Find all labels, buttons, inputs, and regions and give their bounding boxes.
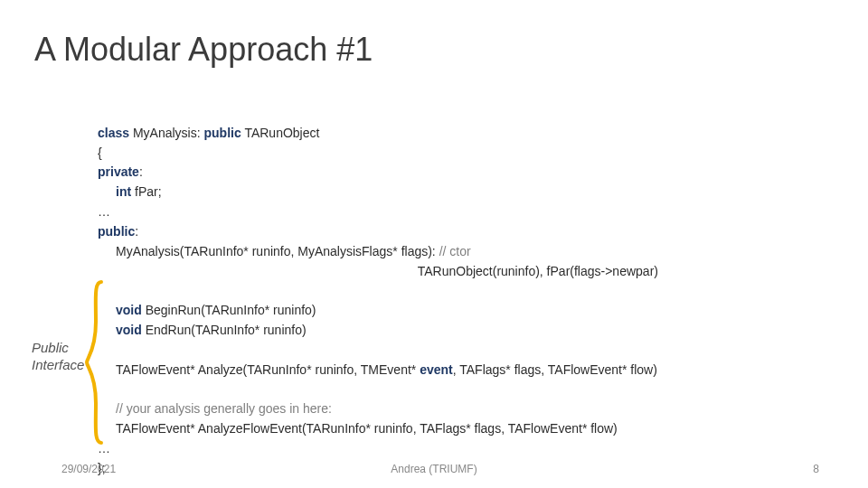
fpar-decl: fPar;	[131, 184, 161, 199]
ctor-init-pad	[98, 264, 418, 278]
kw-public-inh: public	[204, 126, 241, 140]
kw-event: event	[420, 362, 453, 377]
ctor-comment: // ctor	[439, 244, 471, 258]
beginrun-sig: BeginRun(TARunInfo* runinfo)	[142, 303, 316, 317]
analysis-comment: // your analysis generally goes in here:	[98, 401, 332, 416]
colon-public: :	[135, 224, 138, 239]
class-base: TARunObject	[241, 126, 320, 140]
footer-author: Andrea (TRIUMF)	[0, 463, 868, 475]
analyze-post: , TAFlags* flags, TAFlowEvent* flow)	[453, 362, 657, 377]
code-block: class MyAnalysis: public TARunObject { p…	[98, 104, 658, 479]
ctor-init: TARunObject(runinfo), fPar(flags->newpar…	[418, 264, 658, 278]
label-line-1: Public	[32, 340, 69, 355]
ctor-sig: MyAnalysis(TARunInfo* runinfo, MyAnalysi…	[116, 244, 439, 258]
kw-class: class	[98, 126, 129, 140]
ellipsis-1: …	[98, 204, 110, 219]
kw-void-2: void	[116, 323, 142, 337]
kw-private: private	[98, 164, 139, 179]
public-interface-label: Public Interface	[32, 340, 84, 374]
kw-void-1: void	[116, 303, 142, 317]
footer-page-number: 8	[813, 463, 819, 475]
class-decl: MyAnalysis:	[129, 126, 203, 140]
analyze-pre: TAFlowEvent* Analyze(TARunInfo* runinfo,…	[116, 362, 420, 377]
curly-brace-icon	[85, 280, 105, 445]
slide-title: A Modular Approach #1	[34, 31, 373, 69]
kw-public: public	[98, 224, 135, 239]
kw-int: int	[116, 184, 131, 199]
endrun-sig: EndRun(TARunInfo* runinfo)	[142, 323, 307, 337]
colon-private: :	[139, 164, 143, 179]
label-line-2: Interface	[32, 357, 84, 372]
analyzeflow-sig: TAFlowEvent* AnalyzeFlowEvent(TARunInfo*…	[98, 421, 618, 436]
open-brace: {	[98, 145, 102, 160]
